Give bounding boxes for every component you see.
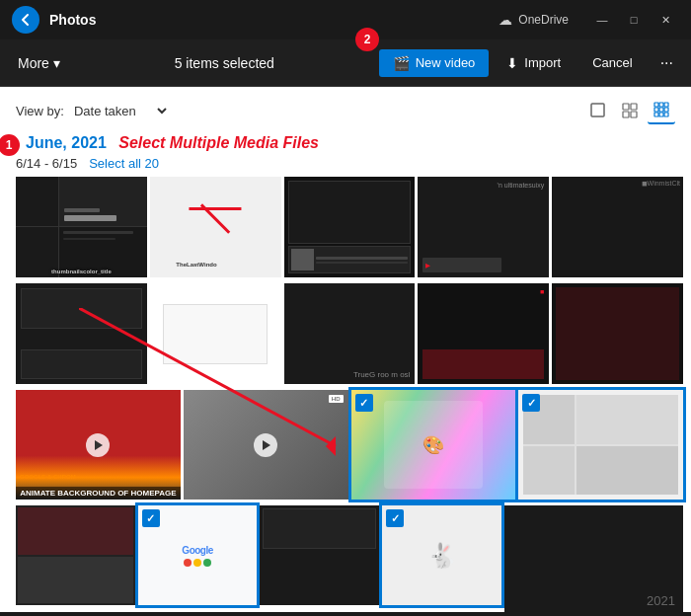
action-buttons: 🎬 New video ⬇ Import Cancel ··· — [379, 48, 683, 78]
photo-item[interactable]: Google — [138, 505, 258, 605]
medium-grid-button[interactable] — [616, 97, 644, 124]
instruction-text: Select Multiple Media Files — [118, 134, 319, 151]
onedrive-area: ☁ OneDrive — [499, 12, 569, 28]
new-video-label: New video — [416, 55, 476, 70]
photo-checkbox[interactable] — [386, 509, 404, 527]
svg-rect-12 — [659, 113, 663, 116]
photo-row-2: TrueG roo m osl ■ — [16, 283, 683, 384]
svg-rect-13 — [664, 113, 668, 116]
toolbar: View by: Date taken Date modified Name — [0, 87, 691, 130]
import-icon: ⬇ — [506, 55, 518, 71]
import-button[interactable]: ⬇ Import — [493, 49, 575, 77]
photo-item[interactable]: TrueG roo m osl — [284, 283, 416, 384]
photo-item[interactable] — [16, 283, 147, 384]
photo-row-3: ANIMATE BACKGROUND OF HOMEPAGE GOOGLE & … — [16, 390, 683, 500]
photo-item[interactable] — [518, 390, 683, 500]
app-window: Photos ☁ OneDrive — □ ✕ More ▾ 5 items s… — [0, 0, 691, 616]
title-bar: Photos ☁ OneDrive — □ ✕ — [0, 0, 691, 39]
photo-item[interactable] — [16, 505, 135, 605]
photo-checkbox[interactable] — [522, 394, 540, 412]
onedrive-label: OneDrive — [518, 13, 569, 27]
photo-item[interactable]: 'n ultimatesuixy ▶ — [418, 177, 549, 277]
photo-item[interactable]: ◼WinmistClt — [552, 177, 683, 277]
svg-rect-11 — [654, 113, 658, 116]
photo-item[interactable] — [284, 177, 416, 277]
photo-checkbox[interactable] — [355, 394, 373, 412]
photo-item[interactable] — [552, 283, 683, 384]
photo-label: ANIMATE BACKGROUND OF HOMEPAGE — [16, 487, 181, 500]
photo-item[interactable]: ■ — [418, 283, 549, 384]
view-by-select[interactable]: Date taken Date modified Name — [70, 103, 170, 119]
photo-item[interactable]: thumbnailscolor_title — [16, 177, 147, 277]
onedrive-icon: ☁ — [499, 12, 512, 28]
svg-rect-7 — [664, 103, 668, 107]
svg-rect-2 — [631, 104, 637, 110]
photo-item[interactable]: ANIMATE BACKGROUND OF HOMEPAGE GOOGLE & … — [16, 390, 181, 500]
maximize-button[interactable]: □ — [620, 10, 648, 30]
date-range: 6/14 - 6/15 — [16, 156, 77, 171]
import-label: Import — [524, 55, 561, 70]
more-options-button[interactable]: ··· — [651, 48, 683, 78]
svg-rect-6 — [659, 103, 663, 107]
action-bar: More ▾ 5 items selected 🎬 New video ⬇ Im… — [0, 39, 691, 87]
select-all-link[interactable]: Select all 20 — [89, 156, 159, 171]
step-badge-1: 1 June, 2021 Select Multiple Media Files — [16, 134, 319, 152]
svg-rect-5 — [654, 103, 658, 107]
view-icons — [584, 97, 675, 124]
svg-rect-0 — [591, 104, 604, 116]
main-content: 1 June, 2021 Select Multiple Media Files… — [0, 130, 691, 612]
selection-count: 5 items selected — [74, 55, 375, 71]
more-button[interactable]: More ▾ — [8, 49, 70, 77]
large-grid-button[interactable] — [648, 97, 675, 124]
play-icon — [86, 433, 110, 457]
photo-item[interactable]: 🐇 — [382, 505, 501, 605]
view-by-control: View by: Date taken Date modified Name — [16, 103, 170, 119]
new-video-button[interactable]: 🎬 New video — [379, 49, 490, 77]
ellipsis-icon: ··· — [660, 54, 673, 71]
app-title: Photos — [49, 12, 489, 28]
month-label: June, 2021 — [26, 134, 107, 151]
new-video-icon: 🎬 — [393, 55, 410, 71]
date-range-row: 6/14 - 6/15 Select all 20 — [16, 156, 683, 171]
svg-rect-10 — [664, 108, 668, 112]
svg-rect-8 — [654, 108, 658, 112]
photo-checkbox[interactable] — [142, 509, 160, 527]
svg-rect-3 — [623, 112, 629, 117]
svg-rect-9 — [659, 108, 663, 112]
checkbox-view-button[interactable] — [584, 97, 612, 124]
cancel-label: Cancel — [592, 55, 632, 70]
more-label: More — [18, 55, 49, 71]
year-label: 2021 — [647, 593, 675, 608]
photo-item[interactable] — [260, 505, 379, 605]
photo-item[interactable]: 🎨 — [351, 390, 516, 500]
svg-rect-4 — [631, 112, 637, 117]
view-by-label: View by: — [16, 104, 64, 118]
chevron-down-icon: ▾ — [53, 55, 60, 71]
photo-item[interactable] — [150, 283, 281, 384]
photo-item[interactable]: TheLastWindo — [150, 177, 281, 277]
window-controls: — □ ✕ — [588, 10, 679, 30]
photo-row-1: thumbnailscolor_title TheLastWindo — [16, 177, 683, 277]
close-button[interactable]: ✕ — [652, 10, 679, 30]
svg-rect-1 — [623, 104, 629, 110]
photo-item[interactable]: HD — [184, 390, 348, 500]
minimize-button[interactable]: — — [588, 10, 616, 30]
photo-row-4: Google — [16, 505, 683, 612]
play-icon — [254, 433, 277, 457]
step-badge-2: 2 — [355, 28, 379, 51]
back-button[interactable] — [12, 6, 39, 34]
cancel-button[interactable]: Cancel — [578, 49, 646, 76]
